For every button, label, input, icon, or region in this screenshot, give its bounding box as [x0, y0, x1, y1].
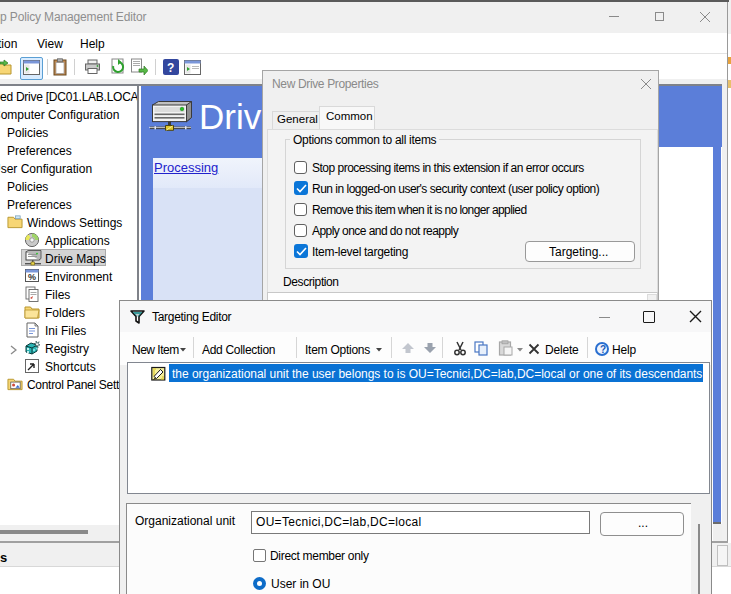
svg-text:%: % [28, 272, 36, 282]
